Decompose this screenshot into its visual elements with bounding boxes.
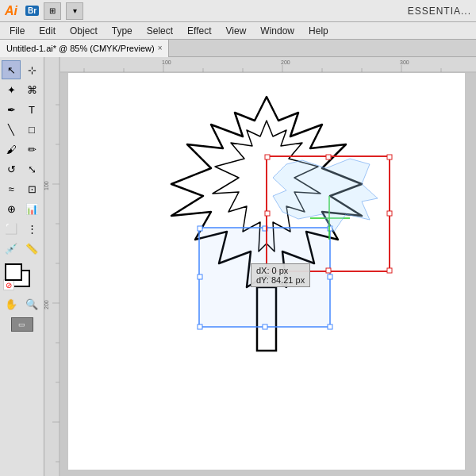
tab-title: Untitled-1.ai* @ 85% (CMYK/Preview) — [6, 44, 155, 53]
ai-logo: Ai — [5, 4, 17, 18]
magic-wand-tool[interactable]: ✦ — [2, 80, 21, 99]
horizontal-ruler: 100 200 300 — [44, 57, 476, 73]
tab-close-button[interactable]: × — [158, 44, 163, 52]
lasso-tool[interactable]: ⌘ — [22, 80, 41, 99]
svg-rect-43 — [265, 268, 270, 273]
svg-rect-40 — [265, 155, 270, 159]
menu-help[interactable]: Help — [302, 24, 335, 38]
svg-rect-31 — [198, 226, 202, 231]
svg-text:200: 200 — [44, 300, 49, 309]
gradient-tool[interactable]: ⬜ — [2, 219, 21, 238]
screen-mode-button[interactable]: ▭ — [11, 317, 33, 332]
zoom-tool[interactable]: 🔍 — [22, 294, 41, 313]
svg-rect-36 — [328, 324, 332, 329]
br-logo[interactable]: Br — [25, 6, 39, 16]
svg-rect-47 — [387, 211, 392, 216]
svg-rect-44 — [326, 268, 331, 273]
svg-rect-45 — [387, 268, 392, 273]
document-canvas: dX: 0 px dY: 84.21 px — [68, 73, 465, 470]
direct-selection-tool[interactable]: ⊹ — [22, 60, 41, 79]
document-tab[interactable]: Untitled-1.ai* @ 85% (CMYK/Preview) × — [0, 40, 169, 57]
menu-bar: File Edit Object Type Select Effect View… — [0, 22, 476, 40]
svg-rect-42 — [387, 155, 392, 159]
selection-tool[interactable]: ↖ — [2, 60, 21, 79]
none-icon[interactable]: ⊘ — [3, 279, 14, 290]
dropdown-icon[interactable]: ▾ — [66, 2, 83, 20]
workspace-label: ESSENTIA... — [408, 6, 471, 17]
menu-edit[interactable]: Edit — [33, 24, 62, 38]
eyedropper-tool[interactable]: 💉 — [2, 239, 21, 258]
menu-effect[interactable]: Effect — [181, 24, 217, 38]
type-tool[interactable]: T — [22, 100, 41, 119]
toolbar: ↖ ⊹ ✦ ⌘ ✒ T ╲ □ 🖌 ✏ ↺ ⤡ ≈ ⊡ ⊕ 📊 ⬜ ⋮ 💉 📏 … — [0, 57, 44, 476]
svg-rect-35 — [263, 324, 267, 329]
svg-rect-37 — [198, 274, 202, 279]
main-area: ↖ ⊹ ✦ ⌘ ✒ T ╲ □ 🖌 ✏ ↺ ⤡ ≈ ⊡ ⊕ 📊 ⬜ ⋮ 💉 📏 … — [0, 57, 476, 476]
menu-file[interactable]: File — [3, 24, 31, 38]
svg-rect-15 — [44, 57, 60, 476]
rect-tool[interactable]: □ — [22, 120, 41, 139]
svg-rect-0 — [44, 57, 476, 73]
measure-tool[interactable]: 📏 — [22, 239, 41, 258]
top-bar: Ai Br ⊞ ▾ ESSENTIA... — [0, 0, 476, 22]
paintbrush-tool[interactable]: 🖌 — [2, 140, 21, 159]
svg-rect-46 — [265, 211, 270, 216]
mesh-tool[interactable]: ⋮ — [22, 219, 41, 238]
svg-text:100: 100 — [44, 181, 49, 190]
svg-text:200: 200 — [281, 60, 290, 65]
menu-view[interactable]: View — [220, 24, 253, 38]
graph-tool[interactable]: 📊 — [22, 199, 41, 218]
menu-select[interactable]: Select — [140, 24, 179, 38]
svg-rect-41 — [326, 155, 331, 159]
warp-tool[interactable]: ≈ — [2, 179, 21, 198]
menu-type[interactable]: Type — [106, 24, 139, 38]
hand-tool[interactable]: ✋ — [2, 294, 21, 313]
menu-object[interactable]: Object — [63, 24, 104, 38]
vertical-ruler: 100 200 — [44, 57, 60, 476]
pen-tool[interactable]: ✒ — [2, 100, 21, 119]
scale-tool[interactable]: ⤡ — [22, 159, 41, 178]
svg-rect-38 — [328, 274, 332, 279]
shape-builder-tool[interactable]: ⊕ — [2, 199, 21, 218]
menu-window[interactable]: Window — [254, 24, 301, 38]
grid-icon[interactable]: ⊞ — [44, 2, 61, 20]
svg-rect-30 — [199, 228, 330, 327]
tab-bar: Untitled-1.ai* @ 85% (CMYK/Preview) × — [0, 40, 476, 57]
svg-text:100: 100 — [162, 60, 171, 65]
pencil-tool[interactable]: ✏ — [22, 140, 41, 159]
rotate-tool[interactable]: ↺ — [2, 159, 21, 178]
line-tool[interactable]: ╲ — [2, 120, 21, 139]
fill-color[interactable] — [5, 263, 22, 281]
svg-rect-34 — [198, 324, 202, 329]
free-transform-tool[interactable]: ⊡ — [22, 179, 41, 198]
canvas-area: 100 200 300 — [44, 57, 476, 476]
svg-text:300: 300 — [400, 60, 409, 65]
